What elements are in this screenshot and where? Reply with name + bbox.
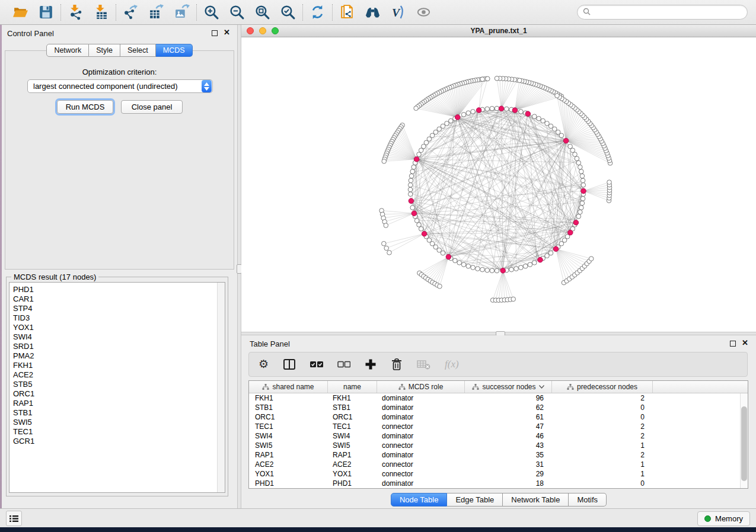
network-canvas[interactable]	[241, 37, 756, 332]
window-minimize-light[interactable]	[259, 27, 266, 34]
mcds-result-item[interactable]: PMA2	[13, 351, 217, 361]
close-panel-icon[interactable]: ✕	[224, 28, 230, 37]
table-cell: dominator	[377, 393, 465, 403]
network-window-titlebar[interactable]: YPA_prune.txt_1	[241, 25, 756, 37]
mcds-result-item[interactable]: ORC1	[13, 389, 217, 399]
table-row[interactable]: STB1STB1dominator620	[249, 403, 748, 412]
table-row[interactable]: YOX1YOX1connector291	[249, 469, 748, 479]
run-mcds-button[interactable]: Run MCDS	[57, 100, 113, 114]
tab-mcds[interactable]: MCDS	[156, 44, 193, 57]
table-row[interactable]: SWI5SWI5connector431	[249, 441, 748, 450]
select-all-checkboxes-icon[interactable]	[310, 357, 323, 372]
mcds-result-item[interactable]: FKH1	[13, 361, 217, 370]
table-cell: STB1	[328, 403, 377, 412]
optimization-criterion-select[interactable]: largest connected component (undirected)	[27, 79, 213, 93]
table-row[interactable]: TEC1TEC1connector472	[249, 422, 748, 431]
split-view-columns-icon[interactable]	[283, 357, 296, 372]
table-cell: STB1	[249, 403, 328, 412]
tab-style[interactable]: Style	[89, 44, 120, 57]
float-panel-icon[interactable]	[212, 30, 218, 36]
table-scrollbar-thumb[interactable]	[741, 406, 747, 481]
vertical-splitter[interactable]	[237, 25, 241, 508]
control-panel-tabs: Network Style Select MCDS	[2, 44, 237, 57]
memory-status-dot	[704, 515, 711, 522]
close-panel-button[interactable]: Close panel	[121, 100, 183, 114]
node-table: shared name name MCDS role successor nod…	[248, 380, 748, 489]
graphics-details-eye-icon[interactable]	[416, 4, 432, 20]
mcds-result-item[interactable]: STP4	[13, 304, 217, 313]
visual-properties-icon[interactable]: V	[390, 4, 406, 20]
unselect-all-checkboxes-icon[interactable]	[337, 357, 350, 372]
apply-layout-refresh-icon[interactable]	[310, 4, 326, 20]
mcds-result-item[interactable]: TEC1	[13, 427, 217, 437]
table-row[interactable]: SWI4SWI4dominator462	[249, 431, 748, 441]
table-cell: 1	[552, 441, 653, 450]
mcds-result-item[interactable]: SWI4	[13, 332, 217, 342]
zoom-out-icon[interactable]	[229, 4, 245, 20]
export-network-icon[interactable]	[123, 4, 139, 20]
mcds-result-item[interactable]: RAP1	[13, 399, 217, 408]
import-network-icon[interactable]	[68, 4, 84, 20]
mcds-result-item[interactable]: GCR1	[13, 437, 217, 446]
column-header-shared-name[interactable]: shared name	[249, 381, 328, 393]
status-bar: Memory	[0, 508, 756, 527]
network-canvas-svg	[241, 37, 756, 332]
table-row[interactable]: ORC1ORC1dominator610	[249, 412, 748, 422]
search-input[interactable]	[594, 8, 742, 17]
search-binoculars-icon[interactable]	[365, 4, 381, 20]
open-file-icon[interactable]	[12, 4, 28, 20]
tab-network-table[interactable]: Network Table	[503, 493, 569, 507]
mcds-result-item[interactable]: PHD1	[13, 285, 217, 294]
float-panel-icon[interactable]	[730, 341, 736, 347]
window-close-light[interactable]	[247, 27, 254, 34]
table-scrollbar[interactable]	[740, 393, 748, 488]
table-cell: 96	[465, 393, 552, 403]
sort-descending-icon	[539, 385, 544, 389]
table-panel-tabs: Node Table Edge Table Network Table Moti…	[241, 493, 756, 507]
mcds-result-item[interactable]: CAR1	[13, 294, 217, 304]
mcds-result-item[interactable]: STB5	[13, 380, 217, 389]
zoom-fit-icon[interactable]	[254, 4, 270, 20]
zoom-in-icon[interactable]	[203, 4, 219, 20]
export-image-icon[interactable]	[174, 4, 190, 20]
mcds-result-item[interactable]: SRD1	[13, 342, 217, 351]
share-document-icon[interactable]	[339, 4, 355, 20]
add-column-plus-icon[interactable]	[365, 357, 377, 372]
column-settings-gear-icon[interactable]: ⚙	[259, 357, 269, 372]
export-table-icon[interactable]	[148, 4, 164, 20]
control-panel-title: Control Panel	[7, 29, 54, 38]
zoom-selected-icon[interactable]	[280, 4, 296, 20]
memory-button[interactable]: Memory	[697, 511, 750, 526]
column-header-name[interactable]: name	[328, 381, 377, 393]
delete-table-icon-disabled	[417, 357, 430, 372]
table-row[interactable]: ACE2ACE2connector311	[249, 460, 748, 469]
window-zoom-light[interactable]	[272, 27, 279, 34]
table-cell: FKH1	[328, 393, 377, 403]
mcds-result-item[interactable]: ACE2	[13, 370, 217, 380]
delete-column-trash-icon[interactable]	[391, 357, 403, 372]
column-header-predecessor-nodes[interactable]: predecessor nodes	[552, 381, 653, 393]
column-header-successor-nodes[interactable]: successor nodes	[465, 381, 552, 393]
import-table-icon[interactable]	[93, 4, 109, 20]
main-toolbar: V	[0, 0, 756, 25]
mcds-tab-pane: Optimization criterion: largest connecte…	[5, 50, 234, 270]
mcds-result-item[interactable]: STB1	[13, 408, 217, 418]
close-panel-icon[interactable]: ✕	[742, 339, 748, 347]
mcds-list-scrollbar[interactable]	[217, 283, 225, 492]
tab-network[interactable]: Network	[46, 44, 89, 57]
show-panels-list-button[interactable]	[6, 511, 22, 526]
mcds-result-item[interactable]: SWI5	[13, 418, 217, 427]
mcds-result-item[interactable]: YOX1	[13, 323, 217, 332]
mcds-result-item[interactable]: TID3	[13, 313, 217, 323]
tab-motifs[interactable]: Motifs	[569, 493, 607, 507]
table-row[interactable]: PHD1PHD1dominator180	[249, 479, 748, 488]
save-session-icon[interactable]	[38, 4, 54, 20]
table-row[interactable]: RAP1RAP1dominator352	[249, 450, 748, 460]
tab-select[interactable]: Select	[120, 44, 156, 57]
tab-edge-table[interactable]: Edge Table	[447, 493, 503, 507]
tab-node-table[interactable]: Node Table	[391, 493, 448, 507]
table-row[interactable]: FKH1FKH1dominator962	[249, 393, 748, 403]
search-field[interactable]	[577, 5, 748, 20]
column-header-mcds-role[interactable]: MCDS role	[377, 381, 465, 393]
table-cell: connector	[377, 422, 465, 431]
